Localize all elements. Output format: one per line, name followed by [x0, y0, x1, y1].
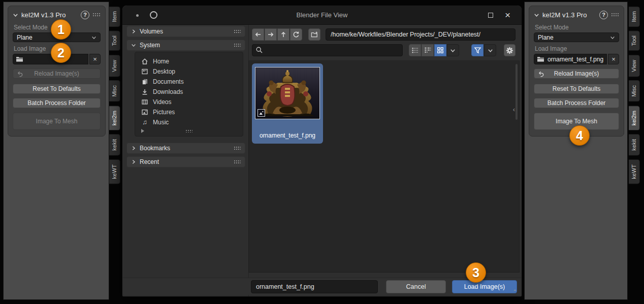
tab-item[interactable]: Item	[629, 6, 640, 27]
refresh-button[interactable]	[290, 28, 302, 41]
sidebar-item-pictures[interactable]: Pictures	[135, 107, 243, 117]
section-recent[interactable]: Recent	[126, 156, 245, 167]
toolbar-row-1	[252, 28, 516, 41]
filter-options-dropdown[interactable]	[484, 44, 496, 56]
tab-view[interactable]: View	[109, 55, 120, 77]
section-grip-icon[interactable]	[234, 29, 241, 33]
sidebar-item-label: Documents	[153, 78, 184, 85]
forward-button[interactable]	[265, 28, 277, 41]
sidebar-item-videos[interactable]: Videos	[135, 97, 243, 107]
chevron-right-icon	[131, 159, 136, 164]
image-file-field[interactable]	[534, 54, 607, 64]
load-image-row: ×	[534, 54, 619, 64]
load-images-button[interactable]: Load Image(s)	[452, 280, 517, 293]
display-mode-group	[409, 44, 459, 56]
create-folder-button[interactable]	[308, 28, 320, 41]
system-items-box: Home Desktop Documents Downloads	[135, 52, 243, 137]
folder-icon	[16, 56, 23, 62]
execbar-collapse-icon[interactable]: ⌃	[513, 289, 517, 294]
documents-icon	[141, 78, 148, 85]
section-grip-icon[interactable]	[234, 146, 241, 150]
reload-images-button[interactable]: Reload Image(s)	[534, 69, 619, 79]
resize-triangle-icon[interactable]	[141, 129, 144, 133]
reload-images-button[interactable]: Reload Image(s)	[13, 69, 101, 79]
reset-defaults-button[interactable]: Reset To Defaults	[13, 84, 101, 94]
select-mode-label: Select Mode	[535, 24, 618, 31]
step-badge-4: 4	[569, 125, 590, 146]
tab-tool[interactable]: Tool	[109, 30, 120, 51]
section-system[interactable]: System	[126, 40, 245, 51]
tab-kei2m[interactable]: kei2m	[109, 106, 120, 130]
file-list-area[interactable]: ornament_test_f.png ‹	[248, 60, 520, 273]
vertical-list-icon	[411, 47, 418, 54]
maximize-button[interactable]	[488, 13, 493, 18]
mode-select-value: Plane	[538, 34, 554, 41]
help-icon[interactable]: ?	[599, 11, 608, 19]
tab-kekit[interactable]: kekit	[109, 134, 120, 156]
section-bookmarks[interactable]: Bookmarks	[126, 143, 245, 154]
sidebar-item-music[interactable]: ♫ Music	[135, 117, 243, 127]
file-thumbnail-selected[interactable]: ornament_test_f.png	[252, 63, 323, 144]
reload-images-label: Reload Image(s)	[34, 70, 79, 77]
chevron-right-icon	[131, 29, 136, 34]
undo-arrow-icon	[17, 71, 23, 77]
tab-kewt[interactable]: keWT	[629, 159, 640, 184]
filter-button[interactable]	[471, 44, 484, 56]
reset-defaults-button[interactable]: Reset To Defaults	[534, 84, 619, 94]
region-collapse-icon[interactable]: ‹	[513, 106, 515, 113]
tab-kei2m[interactable]: kei2m	[629, 106, 640, 130]
help-icon[interactable]: ?	[81, 11, 89, 19]
clear-image-button[interactable]: ×	[89, 54, 101, 64]
cancel-button[interactable]: Cancel	[386, 280, 446, 293]
horizontal-list-view-button[interactable]	[422, 44, 434, 56]
tab-tool[interactable]: Tool	[629, 30, 640, 51]
section-grip-icon[interactable]	[234, 43, 241, 47]
section-system-label: System	[140, 42, 160, 49]
window-titlebar[interactable]: Blender File View ×	[122, 6, 522, 25]
toolbar-row-2	[252, 44, 516, 56]
section-grip-icon[interactable]	[234, 160, 241, 164]
sidebar-item-documents[interactable]: Documents	[135, 77, 243, 87]
settings-button[interactable]	[504, 44, 516, 56]
panel-grip-icon[interactable]	[92, 13, 101, 17]
pictures-icon	[141, 109, 148, 116]
undo-arrow-icon	[538, 71, 544, 77]
image-to-mesh-button[interactable]: Image To Mesh	[13, 113, 101, 130]
image-path-input[interactable]	[548, 56, 604, 63]
filename-input[interactable]	[251, 280, 378, 293]
directory-path-input[interactable]	[326, 28, 516, 41]
display-options-dropdown[interactable]	[447, 44, 459, 56]
tab-misc[interactable]: Misc	[109, 80, 120, 102]
sidebar-item-desktop[interactable]: Desktop	[135, 66, 243, 77]
scrollbar-thumb[interactable]	[516, 64, 518, 120]
sidebar-item-home[interactable]: Home	[135, 56, 243, 66]
search-input[interactable]	[252, 44, 403, 56]
back-button[interactable]	[252, 28, 264, 41]
section-volumes[interactable]: Volumes	[126, 26, 245, 37]
tab-view[interactable]: View	[629, 55, 640, 77]
tab-item[interactable]: Item	[109, 6, 120, 27]
panel-header[interactable]: keI2M v1.3 Pro ?	[534, 9, 619, 21]
tab-kekit[interactable]: kekit	[629, 134, 640, 156]
sidebar-item-label: Pictures	[153, 109, 175, 116]
close-button[interactable]: ×	[505, 9, 510, 21]
mode-select[interactable]: Plane	[534, 32, 619, 42]
batch-process-button[interactable]: Batch Process Folder	[534, 98, 619, 108]
panel-header[interactable]: keI2M v1.3 Pro ?	[13, 9, 101, 21]
footer-grip-icon[interactable]	[185, 129, 192, 132]
thumbnail-view-button[interactable]	[434, 44, 446, 56]
music-icon: ♫	[141, 119, 148, 126]
chevron-down-icon	[131, 43, 136, 48]
detail-list-icon	[424, 47, 431, 54]
vertical-list-view-button[interactable]	[409, 44, 421, 56]
tab-kewt[interactable]: keWT	[109, 159, 120, 184]
section-recent-label: Recent	[140, 158, 159, 165]
chevron-down-icon	[450, 48, 456, 53]
clear-image-button[interactable]: ×	[608, 54, 619, 64]
tab-misc[interactable]: Misc	[629, 80, 640, 102]
sidebar-item-downloads[interactable]: Downloads	[135, 87, 243, 97]
image-file-field[interactable]	[13, 54, 88, 64]
panel-grip-icon[interactable]	[611, 13, 619, 17]
up-directory-button[interactable]	[277, 28, 289, 41]
batch-process-button[interactable]: Batch Process Folder	[13, 98, 101, 108]
